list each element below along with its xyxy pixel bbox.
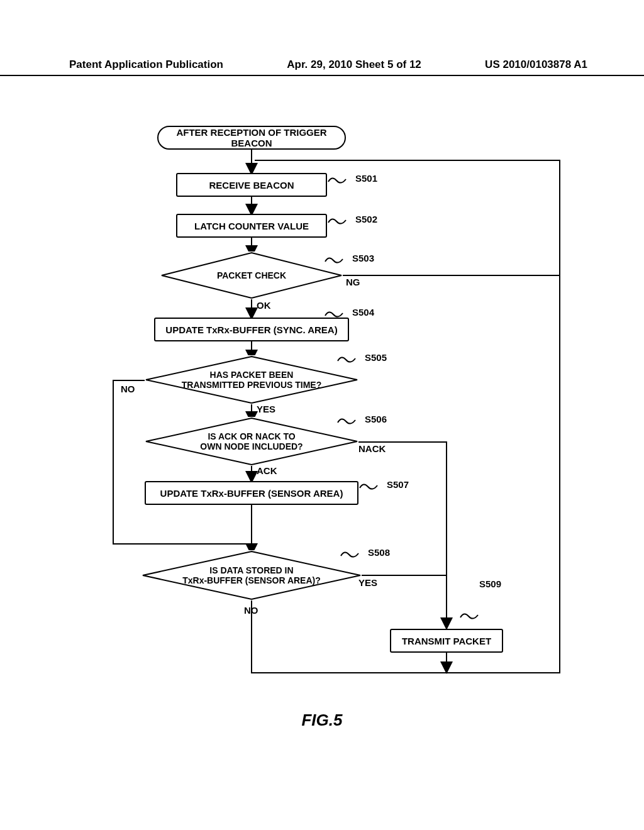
decision-s508-label: IS DATA STORED IN TxRx-BUFFER (SENSOR AR… xyxy=(182,565,321,585)
page-header: Patent Application Publication Apr. 29, … xyxy=(0,58,644,76)
step-label-s507: S507 xyxy=(387,479,409,490)
process-s507-label: UPDATE TxRx-BUFFER (SENSOR AREA) xyxy=(160,488,343,499)
decision-s506: IS ACK OR NACK TO OWN NODE INCLUDED? xyxy=(145,417,358,466)
leader-s507 xyxy=(358,479,387,492)
process-s502: LATCH COUNTER VALUE xyxy=(176,214,327,238)
step-label-s506: S506 xyxy=(365,414,387,424)
decision-s503: PACKET CHECK xyxy=(160,252,343,299)
process-s502-label: LATCH COUNTER VALUE xyxy=(194,221,309,231)
step-label-s503: S503 xyxy=(352,253,374,263)
leader-s501 xyxy=(327,173,355,185)
process-s501: RECEIVE BEACON xyxy=(176,173,327,197)
figure-caption: FIG.5 xyxy=(0,711,644,730)
process-s501-label: RECEIVE BEACON xyxy=(209,180,294,191)
branch-yes-s508: YES xyxy=(358,577,377,588)
leader-s508 xyxy=(340,547,368,560)
branch-ng: NG xyxy=(346,277,360,287)
process-s509-label: TRANSMIT PACKET xyxy=(402,636,491,646)
branch-ok: OK xyxy=(257,300,271,311)
decision-s505-label: HAS PACKET BEEN TRANSMITTED PREVIOUS TIM… xyxy=(182,370,321,390)
leader-s502 xyxy=(327,214,355,226)
decision-s506-label: IS ACK OR NACK TO OWN NODE INCLUDED? xyxy=(200,431,303,451)
branch-no-s508: NO xyxy=(244,605,258,616)
branch-yes-s505: YES xyxy=(257,404,275,414)
terminator-start-label: AFTER RECEPTION OF TRIGGER BEACON xyxy=(158,127,345,148)
branch-nack: NACK xyxy=(358,443,386,454)
process-s504: UPDATE TxRx-BUFFER (SYNC. AREA) xyxy=(154,318,349,341)
leader-s504 xyxy=(324,307,352,319)
header-left: Patent Application Publication xyxy=(69,58,223,71)
branch-ack: ACK xyxy=(257,465,277,476)
leader-s509 xyxy=(459,609,487,621)
leader-s506 xyxy=(336,414,365,426)
decision-s505: HAS PACKET BEEN TRANSMITTED PREVIOUS TIM… xyxy=(145,355,358,404)
step-label-s509: S509 xyxy=(479,578,501,589)
process-s504-label: UPDATE TxRx-BUFFER (SYNC. AREA) xyxy=(165,324,337,335)
flowchart-canvas: AFTER RECEPTION OF TRIGGER BEACON RECEIV… xyxy=(94,126,572,701)
process-s509: TRANSMIT PACKET xyxy=(390,629,503,653)
header-right: US 2010/0103878 A1 xyxy=(485,58,587,71)
leader-s505 xyxy=(336,352,365,365)
leader-s503 xyxy=(324,253,352,265)
step-label-s504: S504 xyxy=(352,307,374,318)
step-label-s502: S502 xyxy=(355,214,377,224)
process-s507: UPDATE TxRx-BUFFER (SENSOR AREA) xyxy=(145,481,358,505)
branch-no-s505: NO xyxy=(121,384,135,394)
step-label-s508: S508 xyxy=(368,547,390,558)
flow-connectors xyxy=(94,126,572,701)
terminator-start: AFTER RECEPTION OF TRIGGER BEACON xyxy=(157,126,346,150)
decision-s503-label: PACKET CHECK xyxy=(217,270,286,280)
step-label-s505: S505 xyxy=(365,352,387,363)
step-label-s501: S501 xyxy=(355,173,377,184)
header-center: Apr. 29, 2010 Sheet 5 of 12 xyxy=(287,58,421,71)
decision-s508: IS DATA STORED IN TxRx-BUFFER (SENSOR AR… xyxy=(142,550,362,600)
